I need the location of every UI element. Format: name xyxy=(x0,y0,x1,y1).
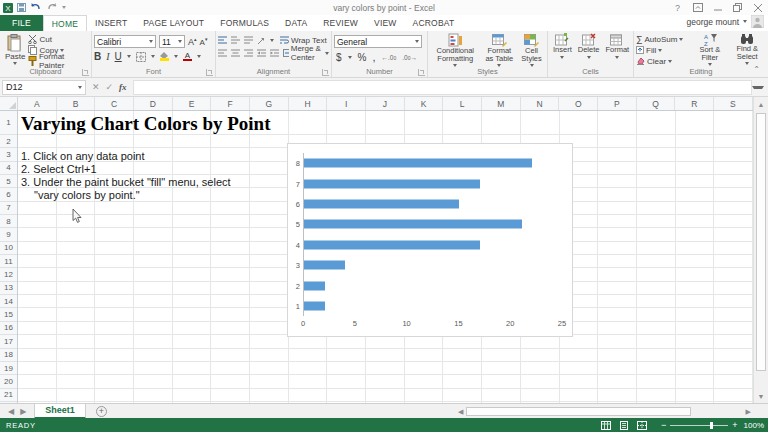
cancel-formula-icon[interactable]: ✕ xyxy=(92,82,100,92)
ribbon-tab-review[interactable]: REVIEW xyxy=(315,15,366,31)
column-header-e[interactable]: E xyxy=(173,97,212,110)
chart-bar-8[interactable] xyxy=(304,159,532,168)
comma-style-icon[interactable]: , xyxy=(372,51,375,63)
align-top-icon[interactable] xyxy=(218,36,227,44)
column-header-m[interactable]: M xyxy=(482,97,521,110)
row-header-6[interactable]: 6 xyxy=(0,188,17,201)
fill-button[interactable]: Fill xyxy=(636,45,691,55)
row-header-21[interactable]: 21 xyxy=(0,389,17,402)
row-header-9[interactable]: 9 xyxy=(0,228,17,241)
page-break-view-icon[interactable] xyxy=(637,421,647,430)
fill-color-icon[interactable] xyxy=(160,52,169,61)
format-as-table-button[interactable]: Format as Table xyxy=(480,33,518,67)
row-header-5[interactable]: 5 xyxy=(0,175,17,188)
font-color-icon[interactable]: A xyxy=(183,52,192,62)
paste-button[interactable]: Paste xyxy=(2,33,28,67)
sort-filter-button[interactable]: AZ Sort & Filter xyxy=(691,33,728,67)
zoom-slider[interactable]: − + xyxy=(661,420,738,430)
column-header-n[interactable]: N xyxy=(521,97,560,110)
row-header-12[interactable]: 12 xyxy=(0,268,17,281)
column-header-p[interactable]: P xyxy=(598,97,637,110)
cut-button[interactable]: Cut xyxy=(28,34,89,44)
italic-button[interactable]: I xyxy=(106,51,109,62)
chart-bar-1[interactable] xyxy=(304,301,325,310)
horizontal-scrollbar[interactable]: ◀ ▶ xyxy=(455,406,754,417)
alignment-dialog-launcher[interactable] xyxy=(322,69,329,76)
collapse-ribbon-icon[interactable]: ⌃ xyxy=(753,65,760,74)
enter-formula-icon[interactable]: ✓ xyxy=(106,82,114,92)
row-header-14[interactable]: 14 xyxy=(0,295,17,308)
clipboard-dialog-launcher[interactable] xyxy=(82,69,89,76)
bold-button[interactable]: B xyxy=(94,51,101,62)
row-header-19[interactable]: 19 xyxy=(0,362,17,375)
format-painter-button[interactable]: Format Painter xyxy=(28,56,89,66)
minimize-icon[interactable] xyxy=(709,1,726,14)
row-header-10[interactable]: 10 xyxy=(0,242,17,255)
column-header-r[interactable]: R xyxy=(675,97,714,110)
redo-icon[interactable] xyxy=(46,3,58,12)
restore-icon[interactable] xyxy=(729,1,746,14)
autosum-button[interactable]: ∑ AutoSum xyxy=(636,34,691,44)
column-header-d[interactable]: D xyxy=(134,97,173,110)
column-header-c[interactable]: C xyxy=(95,97,134,110)
ribbon-tab-data[interactable]: DATA xyxy=(277,15,315,31)
cell-a1-title[interactable]: Varying Chart Colors by Point xyxy=(21,113,270,135)
horizontal-scroll-thumb[interactable] xyxy=(466,407,691,416)
align-middle-icon[interactable] xyxy=(231,36,240,44)
row-header-3[interactable]: 3 xyxy=(0,148,17,161)
formula-bar-expand-icon[interactable] xyxy=(752,86,764,89)
chart-bar-3[interactable] xyxy=(304,261,345,270)
orientation-icon[interactable] xyxy=(257,36,266,45)
row-header-8[interactable]: 8 xyxy=(0,215,17,228)
row-header-17[interactable]: 17 xyxy=(0,335,17,348)
account-area[interactable]: george mount xyxy=(687,15,764,28)
row-header-18[interactable]: 18 xyxy=(0,349,17,362)
chart-bar-7[interactable] xyxy=(304,179,480,188)
chart-bar-2[interactable] xyxy=(304,281,325,290)
column-header-a[interactable]: A xyxy=(18,97,57,110)
qat-customize-icon[interactable] xyxy=(62,6,66,9)
grow-font-icon[interactable]: A▴ xyxy=(188,36,197,47)
percent-style-icon[interactable]: % xyxy=(358,52,367,63)
zoom-thumb[interactable] xyxy=(710,422,713,429)
scroll-down-icon[interactable]: ▼ xyxy=(754,389,768,403)
font-dialog-launcher[interactable] xyxy=(206,69,213,76)
merge-center-button[interactable]: Merge & Center xyxy=(283,48,329,58)
cell-a6-text[interactable]: "vary colors by point." xyxy=(34,189,140,201)
zoom-out-icon[interactable]: − xyxy=(661,420,666,430)
worksheet-grid[interactable]: Varying Chart Colors by Point 1. Click o… xyxy=(18,111,753,403)
ribbon-tab-home[interactable]: HOME xyxy=(43,15,87,31)
find-select-button[interactable]: Find & Select xyxy=(729,33,766,67)
row-header-15[interactable]: 15 xyxy=(0,308,17,321)
font-size-select[interactable]: 11 xyxy=(159,35,185,48)
column-header-b[interactable]: B xyxy=(57,97,96,110)
new-sheet-button[interactable]: + xyxy=(96,406,107,417)
column-header-f[interactable]: F xyxy=(211,97,250,110)
excel-logo-icon[interactable]: X xyxy=(3,3,13,13)
ribbon-tab-file[interactable]: FILE xyxy=(0,15,43,31)
borders-icon[interactable] xyxy=(136,52,146,62)
row-header-11[interactable]: 11 xyxy=(0,255,17,268)
cell-styles-button[interactable]: Cell Styles xyxy=(518,33,545,67)
column-header-o[interactable]: O xyxy=(559,97,598,110)
ribbon-tab-acrobat[interactable]: ACROBAT xyxy=(405,15,463,31)
select-all-button[interactable] xyxy=(0,97,18,110)
align-right-icon[interactable] xyxy=(244,49,253,57)
delete-cells-button[interactable]: Delete xyxy=(575,33,603,67)
normal-view-icon[interactable] xyxy=(601,421,611,430)
row-header-7[interactable]: 7 xyxy=(0,202,17,215)
save-icon[interactable] xyxy=(17,3,26,12)
bar-chart[interactable]: 87654321 0510152025 xyxy=(287,143,573,337)
row-header-13[interactable]: 13 xyxy=(0,282,17,295)
number-dialog-launcher[interactable] xyxy=(418,69,425,76)
cell-a4-text[interactable]: 2. Select Ctrl+1 xyxy=(21,163,97,175)
sheet-nav-left-icon[interactable]: ◀ xyxy=(8,407,14,416)
row-header-2[interactable]: 2 xyxy=(0,135,17,148)
row-header-20[interactable]: 20 xyxy=(0,375,17,388)
accounting-format-icon[interactable]: $ xyxy=(336,52,342,63)
vertical-scrollbar[interactable]: ▲ ▼ xyxy=(753,97,768,403)
decrease-indent-icon[interactable] xyxy=(257,49,266,57)
number-format-select[interactable]: General xyxy=(334,35,422,48)
sheet-nav-right-icon[interactable]: ▶ xyxy=(20,407,26,416)
decrease-decimal-icon[interactable]: .00→ xyxy=(402,54,417,61)
